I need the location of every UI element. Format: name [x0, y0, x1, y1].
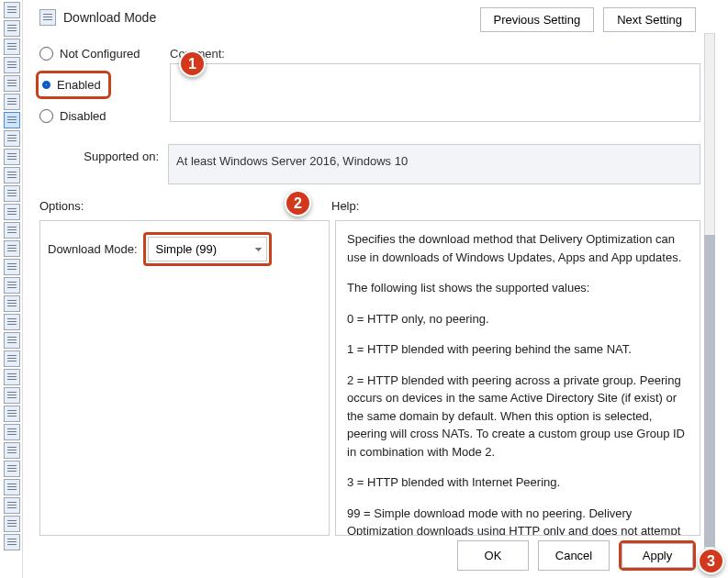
radio-label: Enabled	[57, 78, 101, 92]
tree-item[interactable]	[4, 2, 20, 18]
tree-item[interactable]	[4, 295, 20, 312]
help-text: 3 = HTTP blended with Internet Peering.	[347, 473, 689, 492]
tree-item[interactable]	[4, 167, 20, 183]
radio-icon-selected	[42, 81, 50, 89]
help-panel: Specifies the download method that Deliv…	[335, 220, 700, 536]
options-section-label: Options:	[39, 199, 331, 213]
download-mode-select[interactable]: Simple (99)	[148, 237, 267, 261]
tree-item[interactable]	[4, 534, 20, 550]
tree-item[interactable]	[4, 332, 20, 349]
tree-item[interactable]	[4, 204, 20, 220]
page-title: Download Mode	[63, 10, 156, 25]
radio-enabled[interactable]: Enabled	[39, 73, 101, 96]
tree-item[interactable]	[4, 185, 20, 202]
tree-item[interactable]	[4, 57, 20, 73]
tree-rail	[0, 0, 23, 578]
comment-input[interactable]	[170, 63, 700, 122]
tree-item[interactable]	[4, 369, 20, 385]
tree-item[interactable]	[4, 516, 20, 532]
help-text: 2 = HTTP blended with peering across a p…	[347, 372, 689, 461]
cancel-button[interactable]: Cancel	[538, 540, 610, 571]
supported-on-label: Supported on:	[39, 144, 159, 163]
scrollbar-thumb[interactable]	[704, 235, 715, 547]
ok-button[interactable]: OK	[457, 540, 529, 571]
tree-item[interactable]	[4, 259, 20, 275]
next-setting-button[interactable]: Next Setting	[603, 7, 696, 32]
help-text: Specifies the download method that Deliv…	[347, 230, 689, 266]
help-text: The following list shows the supported v…	[347, 279, 689, 297]
options-panel: Download Mode: Simple (99)	[39, 220, 330, 536]
tree-item[interactable]	[4, 149, 20, 165]
radio-disabled[interactable]: Disabled	[39, 109, 159, 123]
tree-item-selected[interactable]	[4, 112, 20, 128]
supported-on-value: At least Windows Server 2016, Windows 10	[168, 144, 700, 184]
tree-item[interactable]	[4, 39, 20, 55]
help-text: 0 = HTTP only, no peering.	[347, 310, 689, 328]
tree-item[interactable]	[4, 497, 20, 514]
tree-item[interactable]	[4, 442, 20, 459]
radio-icon	[39, 47, 53, 61]
tree-item[interactable]	[4, 277, 20, 294]
tree-item[interactable]	[4, 406, 20, 422]
radio-label: Not Configured	[60, 47, 140, 61]
tree-item[interactable]	[4, 240, 20, 257]
radio-label: Disabled	[60, 109, 106, 123]
tree-item[interactable]	[4, 387, 20, 404]
tree-item[interactable]	[4, 461, 20, 477]
tree-item[interactable]	[4, 314, 20, 330]
comment-label: Comment:	[170, 47, 700, 61]
tree-item[interactable]	[4, 94, 20, 110]
tree-item[interactable]	[4, 20, 20, 37]
help-text: 1 = HTTP blended with peering behind the…	[347, 340, 689, 359]
tree-item[interactable]	[4, 75, 20, 92]
apply-button[interactable]: Apply	[622, 543, 693, 568]
radio-not-configured[interactable]: Not Configured	[39, 47, 159, 61]
radio-icon	[39, 109, 53, 123]
download-mode-label: Download Mode:	[48, 242, 138, 256]
previous-setting-button[interactable]: Previous Setting	[480, 7, 595, 32]
tree-item[interactable]	[4, 222, 20, 239]
scrollbar[interactable]	[704, 33, 715, 565]
tree-item[interactable]	[4, 424, 20, 440]
tree-item[interactable]	[4, 130, 20, 147]
tree-item[interactable]	[4, 479, 20, 495]
help-text: 99 = Simple download mode with no peerin…	[347, 505, 689, 537]
policy-icon	[39, 9, 56, 26]
tree-item[interactable]	[4, 350, 20, 367]
help-section-label: Help:	[331, 199, 700, 213]
